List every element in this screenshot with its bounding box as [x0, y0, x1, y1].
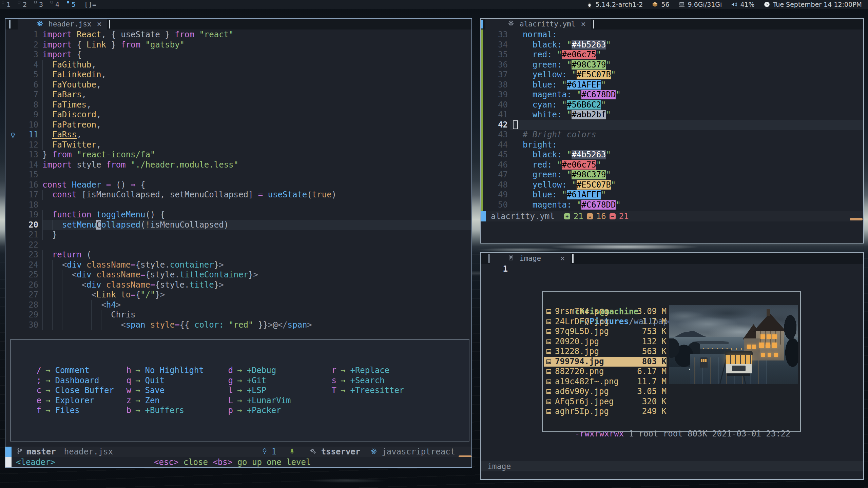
whichkey-binding-e[interactable]: e→Explorer: [36, 396, 114, 406]
code-line-36[interactable]: 36 green: "#98C379": [481, 60, 863, 70]
code-line-7[interactable]: 7 FaBars,: [5, 90, 471, 100]
code-line-2[interactable]: 2import { Link } from "gatsby": [5, 40, 471, 50]
workspace-2[interactable]: 2: [16, 0, 33, 9]
whichkey-binding-z[interactable]: z→Zen: [126, 396, 204, 406]
file-row-a19c482f~.png[interactable]: a19c482f~.png11.7 M: [544, 377, 667, 387]
arrow-icon: →: [233, 366, 247, 376]
whichkey-binding-b[interactable]: b→+Buffers: [126, 406, 204, 416]
file-row-31228.jpg[interactable]: 31228.jpg 563 K: [544, 347, 667, 357]
whichkey-binding-s[interactable]: s→+Search: [331, 376, 404, 386]
tab-alacritty-yml[interactable]: alacritty.yml ×: [485, 19, 591, 30]
code-line-22[interactable]: 22: [5, 240, 471, 250]
git-changed-icon: ▫: [587, 213, 593, 219]
code-line-43[interactable]: 43 # Bright colors: [481, 130, 863, 140]
code-line-5[interactable]: 5 FaLinkedin,: [5, 70, 471, 80]
file-row-ad6v90y.jpg[interactable]: ad6v90y.jpg3.05 M: [544, 387, 667, 397]
file-row-97q9L5D.jpg[interactable]: 97q9L5D.jpg 753 K: [544, 327, 667, 337]
code-line-3[interactable]: 3import {: [5, 50, 471, 60]
code-line-9[interactable]: 9 FaDiscord,: [5, 110, 471, 120]
code-line-37[interactable]: 37 yellow: "#E5C07B": [481, 70, 863, 80]
code-line-27[interactable]: 27 <Link to={"/"}>: [5, 290, 471, 300]
code-line-16[interactable]: 16const Header = () ⇒ {: [5, 180, 471, 190]
code-line-38[interactable]: 38 blue: "#61AFEF": [481, 80, 863, 90]
whichkey-binding-l[interactable]: l→+LSP: [228, 386, 291, 396]
file-row-aghr5Ip.jpg[interactable]: aghr5Ip.jpg 249 K: [544, 407, 667, 417]
whichkey-binding-L[interactable]: L→+LunarVim: [228, 396, 291, 406]
code-line-33[interactable]: 33 normal:: [481, 30, 863, 40]
file-row-799794.jpg[interactable]: 799794.jpg 803 K: [544, 357, 667, 367]
workspace-3[interactable]: 3: [33, 0, 49, 9]
code-line-34[interactable]: 34 black: "#4b5263": [481, 40, 863, 50]
code-line-47[interactable]: 47 green: "#98C379": [481, 170, 863, 180]
file-row-9rsmTK4.png[interactable]: 9rsmTK4.png3.09 M: [544, 307, 667, 317]
code-line-26[interactable]: 26 <div className={style.title}>: [5, 280, 471, 290]
whichkey-binding-/[interactable]: /→Comment: [36, 366, 114, 376]
code-line-48[interactable]: 48 yellow: "#E5C07B": [481, 180, 863, 190]
code-line-50[interactable]: 50 magenta: "#C678DD": [481, 200, 863, 210]
workspace-switcher: 12345: [0, 0, 81, 9]
whichkey-binding-p[interactable]: p→+Packer: [228, 406, 291, 416]
code-line-6[interactable]: 6 FaYoutube,: [5, 80, 471, 90]
code-line-1[interactable]: 1import React, { useState } from "react": [5, 30, 471, 40]
code-line-25[interactable]: 25 <div className={style.titleContainer}…: [5, 270, 471, 280]
document-icon: [508, 254, 514, 262]
whichkey-binding-d[interactable]: d→+Debug: [228, 366, 291, 376]
code-line-8[interactable]: 8 FaTimes,: [5, 100, 471, 110]
key: c: [36, 386, 41, 396]
code-line-49[interactable]: 49 blue: "#61AFEF": [481, 190, 863, 200]
git-branch-icon: [16, 447, 23, 456]
code-line-11[interactable]: 11 FaRss,: [5, 130, 471, 140]
code-line-42[interactable]: 42: [481, 120, 863, 130]
scrollbar-thumb[interactable]: [850, 218, 863, 220]
code-line-19[interactable]: 19 function toggleMenu() {: [5, 210, 471, 220]
code-line-17[interactable]: 17 const [isMenuCollapsed, setMenuCollap…: [5, 190, 471, 200]
code-line-45[interactable]: 45 black: "#4b5263": [481, 150, 863, 160]
status-penguin: 5.14.2-arch1-2: [586, 1, 643, 8]
code-line-20[interactable]: 20 setMenuCollapsed(!isMenuCollapsed): [5, 220, 471, 230]
tab-indicator: [481, 20, 483, 28]
workspace-1[interactable]: 1: [0, 0, 16, 9]
close-icon[interactable]: ×: [97, 19, 101, 29]
file-row-AFq5r6j.jpeg[interactable]: AFq5r6j.jpeg 320 K: [544, 397, 667, 407]
code-line-24[interactable]: 24 <div className={style.container}>: [5, 260, 471, 270]
code-line-23[interactable]: 23 return (: [5, 250, 471, 260]
tab-header-jsx[interactable]: header.jsx ×: [18, 19, 107, 30]
code-line-30[interactable]: 30 <span style={{ color: "red" }}>@</spa…: [5, 320, 471, 330]
code-line-44[interactable]: 44 bright:: [481, 140, 863, 150]
whichkey-binding-q[interactable]: q→Quit: [126, 376, 204, 386]
workspace-4[interactable]: 4: [49, 0, 65, 9]
code-line-39[interactable]: 39 magenta: "#C678DD": [481, 90, 863, 100]
code-line-40[interactable]: 40 cyan: "#56B6C2": [481, 100, 863, 110]
workspace-5[interactable]: 5: [65, 0, 81, 9]
close-icon[interactable]: ×: [581, 19, 585, 29]
whichkey-binding-g[interactable]: g→+Git: [228, 376, 291, 386]
whichkey-binding-f[interactable]: f→Files: [36, 406, 114, 416]
code-line-29[interactable]: 29 Chris: [5, 310, 471, 320]
whichkey-binding-r[interactable]: r→+Replace: [331, 366, 404, 376]
code-line-41[interactable]: 41 white: "#abb2bf": [481, 110, 863, 120]
file-row-882720.png[interactable]: 882720.png6.17 M: [544, 367, 667, 377]
code-line-14[interactable]: 14import style from "./header.module.les…: [5, 160, 471, 170]
code-line-18[interactable]: 18: [5, 200, 471, 210]
close-icon[interactable]: ×: [560, 254, 565, 263]
whichkey-binding-;[interactable]: ;→Dashboard: [36, 376, 114, 386]
code-line-21[interactable]: 21 }: [5, 230, 471, 240]
code-line-28[interactable]: 28 <h4>: [5, 300, 471, 310]
file-row-20920.jpg[interactable]: 20920.jpg 132 K: [544, 337, 667, 347]
file-row-24LrDFQ.jpg[interactable]: 24LrDFQ.jpg 1.7 M: [544, 317, 667, 327]
tab-image[interactable]: image ×: [490, 253, 571, 264]
whichkey-binding-T[interactable]: T→+Treesitter: [331, 386, 404, 396]
code-line-10[interactable]: 10 FaPatreon,: [5, 120, 471, 130]
code-line-46[interactable]: 46 red: "#e06c75": [481, 160, 863, 170]
code-line-13[interactable]: 13} from "react-icons/fa": [5, 150, 471, 160]
whichkey-binding-c[interactable]: c→Close Buffer: [36, 386, 114, 396]
code-line[interactable]: 1: [481, 264, 863, 274]
code-line-35[interactable]: 35 red: "#e06c75": [481, 50, 863, 60]
binding-label: Files: [55, 406, 79, 416]
code-line-4[interactable]: 4 FaGithub,: [5, 60, 471, 70]
whichkey-binding-w[interactable]: w→Save: [126, 386, 204, 396]
whichkey-binding-h[interactable]: h→No Highlight: [126, 366, 204, 376]
binding-label: +Buffers: [145, 406, 184, 416]
code-line-15[interactable]: 15: [5, 170, 471, 180]
code-line-12[interactable]: 12 FaTwitter,: [5, 140, 471, 150]
